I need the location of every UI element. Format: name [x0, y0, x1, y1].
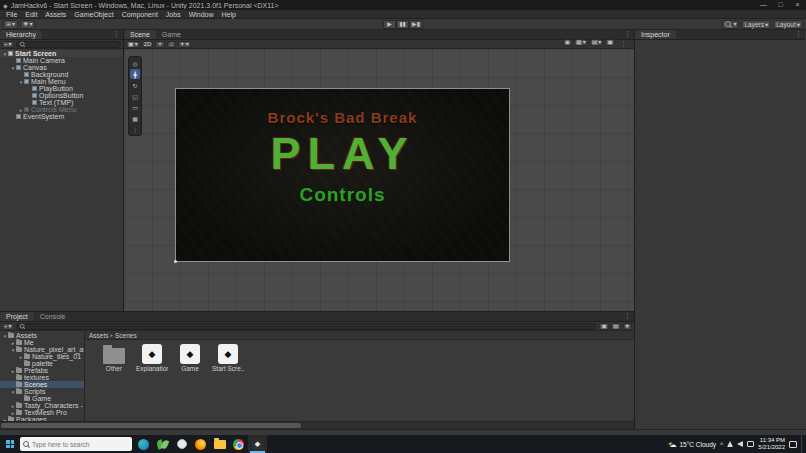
grid-dropdown[interactable]: ▦ ▾	[574, 39, 588, 46]
tree-item-prefabs[interactable]: ▸ Prefabs	[0, 367, 84, 374]
view-tool-button[interactable]: ◎	[130, 58, 140, 68]
breadcrumb-current[interactable]: Scenes	[115, 332, 137, 339]
transform-tool-button[interactable]: ▦	[130, 113, 140, 123]
keyboard-icon[interactable]	[747, 441, 754, 447]
tree-item-textures[interactable]: textures	[0, 374, 84, 381]
layout-dropdown[interactable]: Layout ▾	[773, 20, 803, 29]
hierarchy-item-eventsystem[interactable]: EventSystem	[0, 113, 123, 120]
grid-snap-button[interactable]: ⊞ ▾	[3, 20, 18, 29]
hierarchy-item-optionsbutton[interactable]: OptionsButton	[0, 92, 123, 99]
add-gameobject-button[interactable]: + ▾	[2, 41, 14, 48]
asset-tile-start-screen[interactable]: ◆ Start Scre...	[213, 344, 243, 421]
network-icon[interactable]	[727, 441, 733, 447]
effects-dropdown[interactable]: ✦ ▾	[178, 41, 191, 48]
taskbar-weather[interactable]: ☀ ☁ 15°C Cloudy	[667, 440, 716, 449]
hierarchy-item-playbutton[interactable]: PlayButton	[0, 85, 123, 92]
rect-handle[interactable]	[174, 260, 177, 263]
tree-item-scenes[interactable]: Scenes	[0, 381, 84, 388]
hierarchy-item-text-tmp[interactable]: Text (TMP)	[0, 99, 123, 106]
hierarchy-item-main-camera[interactable]: Main Camera	[0, 57, 123, 64]
hierarchy-item-background[interactable]: Background	[0, 71, 123, 78]
hierarchy-item-main-menu[interactable]: ▾ Main Menu	[0, 78, 123, 85]
menu-help[interactable]: Help	[218, 10, 240, 19]
tree-item-game[interactable]: Game	[0, 395, 84, 402]
audio-toggle-button[interactable]: ♫	[167, 41, 176, 48]
step-button[interactable]: ▶▮	[409, 20, 423, 29]
play-button[interactable]: ▶	[383, 20, 396, 29]
taskbar-chrome-icon[interactable]	[229, 435, 248, 453]
add-asset-button[interactable]: + ▾	[2, 323, 14, 330]
search-by-label-button[interactable]: ▤	[611, 323, 621, 330]
taskbar-search-input[interactable]	[32, 441, 128, 448]
tab-hierarchy[interactable]: Hierarchy	[0, 30, 42, 39]
gizmos-dropdown[interactable]: ▤ ▾	[590, 39, 604, 46]
layers-dropdown[interactable]: Layers ▾	[741, 20, 771, 29]
horizontal-scrollbar[interactable]	[0, 421, 634, 429]
asset-tile-other[interactable]: Other	[99, 344, 129, 421]
taskbar-plant-icon[interactable]	[153, 435, 172, 453]
breadcrumb-root[interactable]: Assets	[89, 332, 109, 339]
more-tools-button[interactable]: ⋮	[130, 124, 140, 134]
minimize-button[interactable]: —	[755, 0, 772, 10]
hierarchy-search-input[interactable]	[16, 41, 121, 48]
tree-item-textmesh-pro[interactable]: ▸ TextMesh Pro	[0, 409, 84, 416]
pause-button[interactable]: ▮▮	[396, 20, 409, 29]
hierarchy-item-canvas[interactable]: ▾ Canvas	[0, 64, 123, 71]
menu-file[interactable]: File	[2, 10, 21, 19]
tray-expand-icon[interactable]: ^	[720, 441, 723, 448]
action-center-icon[interactable]	[789, 441, 797, 448]
scene-camera-button[interactable]: ▣	[605, 39, 615, 46]
draw-mode-dropdown[interactable]: ▣ ▾	[126, 41, 140, 48]
tab-scene[interactable]: Scene	[124, 30, 156, 39]
game-canvas-preview[interactable]: Brock's Bad Break PLAY Controls	[175, 88, 510, 262]
taskbar-explorer-icon[interactable]	[210, 435, 229, 453]
tab-game[interactable]: Game	[156, 30, 187, 39]
asset-tile-explanation[interactable]: ◆ Explanation...	[137, 344, 167, 421]
scale-tool-button[interactable]: ◱	[130, 91, 140, 101]
close-button[interactable]: ×	[789, 0, 806, 10]
menu-jobs[interactable]: Jobs	[162, 10, 185, 19]
menu-assets[interactable]: Assets	[41, 10, 70, 19]
move-tool-button[interactable]: ╋	[130, 69, 140, 79]
maximize-button[interactable]: □	[772, 0, 789, 10]
volume-icon[interactable]	[737, 441, 743, 447]
hierarchy-item-controls-menu[interactable]: ▸ Controls Menu	[0, 106, 123, 113]
tab-console[interactable]: Console	[34, 312, 72, 321]
menu-gameobject[interactable]: GameObject	[70, 10, 117, 19]
rect-tool-button[interactable]: ▭	[130, 102, 140, 112]
asset-tile-game[interactable]: ◆ Game	[175, 344, 205, 421]
tree-item-assets[interactable]: ▾ Assets	[0, 332, 84, 339]
kebab-menu-icon[interactable]: ⋮	[621, 29, 634, 39]
tree-item-me[interactable]: ▸ Me	[0, 339, 84, 346]
show-desktop-button[interactable]	[801, 435, 804, 453]
account-button[interactable]: ▾	[722, 20, 739, 29]
kebab-menu-icon[interactable]: ⋮	[621, 311, 634, 321]
tree-item-scripts[interactable]: ▾ Scripts	[0, 388, 84, 395]
visibility-toggle-button[interactable]: ◉	[563, 39, 572, 46]
menu-edit[interactable]: Edit	[21, 10, 41, 19]
scrollbar-thumb[interactable]	[1, 423, 301, 428]
search-by-type-button[interactable]: ▣	[599, 323, 609, 330]
menu-component[interactable]: Component	[118, 10, 162, 19]
project-search-input[interactable]	[16, 323, 598, 330]
tree-item-palette[interactable]: palette	[0, 360, 84, 367]
2d-toggle-button[interactable]: 2D	[142, 41, 154, 48]
tree-item-tasty-characters-forest[interactable]: ▸ Tasty_Characters - Forest	[0, 402, 84, 409]
tab-project[interactable]: Project	[0, 312, 34, 321]
scene-canvas[interactable]: ◎ ╋ ↻ ◱ ▭ ▦ ⋮ Brock's Bad Break PLAY Con…	[124, 49, 634, 311]
taskbar-unity-icon[interactable]: ◆	[248, 435, 267, 453]
taskbar-firefox-icon[interactable]	[191, 435, 210, 453]
taskbar-edge-icon[interactable]	[134, 435, 153, 453]
gizmo-handle-button[interactable]: ❖ ▾	[20, 20, 35, 29]
kebab-menu-icon[interactable]: ⋮	[792, 29, 805, 39]
kebab-menu-icon[interactable]: ⋮	[617, 39, 630, 49]
taskbar-search[interactable]	[20, 437, 132, 451]
taskbar-clock[interactable]: 11:34 PM 5/21/2022	[758, 437, 785, 451]
menu-window[interactable]: Window	[185, 10, 218, 19]
taskbar-app-icon[interactable]	[172, 435, 191, 453]
tree-item-nature-pixel-art-assets[interactable]: ▾ Nature_pixel_art_assets	[0, 346, 84, 353]
kebab-menu-icon[interactable]: ⋮	[110, 29, 123, 39]
favorites-button[interactable]: ★	[623, 323, 632, 330]
tree-item-nature-tiles-01[interactable]: ▸ Nature_tiles_01	[0, 353, 84, 360]
start-button[interactable]	[0, 435, 20, 453]
